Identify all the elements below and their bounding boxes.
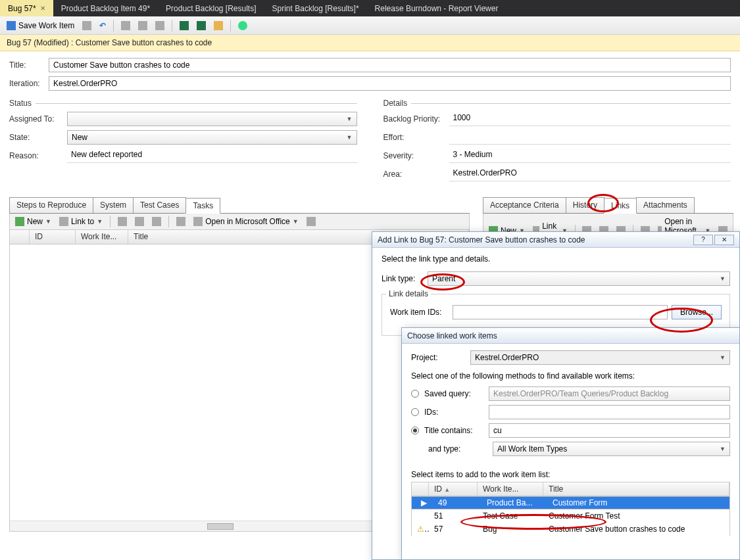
- iteration-label: Iteration:: [9, 79, 49, 88]
- workitem-ids-label: Work item IDs:: [390, 308, 453, 317]
- assigned-select[interactable]: ▼: [67, 112, 357, 126]
- tb-btn-1[interactable]: [118, 20, 133, 32]
- rcol-id[interactable]: ID ▲: [429, 482, 478, 496]
- open-office-button[interactable]: Open in Microsoft Office▼: [191, 216, 301, 227]
- link-details-legend: Link details: [386, 289, 431, 298]
- area-label: Area:: [383, 170, 449, 179]
- state-select[interactable]: New▼: [67, 130, 357, 145]
- methods-label: Select one of the following methods to f…: [411, 371, 730, 381]
- tb-btn-2[interactable]: [136, 20, 150, 32]
- result-row-57[interactable]: 57 Bug Customer Save button crashes to c…: [411, 523, 730, 536]
- linktype-select[interactable]: Parent▼: [428, 271, 730, 286]
- tb-del[interactable]: [149, 216, 164, 227]
- effort-field[interactable]: [449, 130, 731, 145]
- close-icon[interactable]: ✕: [40, 5, 45, 12]
- details-group: Details: [383, 99, 731, 108]
- left-sub-toolbar: New▼ Link to▼ Open in Microsoft Office▼: [9, 214, 470, 230]
- tb-cols[interactable]: [304, 216, 318, 227]
- title-contains-input[interactable]: [489, 423, 730, 438]
- tab-tasks[interactable]: Tasks: [185, 198, 220, 214]
- undo-icon: ↶: [99, 21, 106, 30]
- tb-excel-2[interactable]: [194, 20, 209, 32]
- radio-saved-query[interactable]: [411, 390, 419, 398]
- and-type-select[interactable]: All Work Item Types▼: [493, 442, 730, 456]
- project-label: Project:: [411, 353, 470, 362]
- save-icon: [7, 21, 16, 30]
- link-icon: [59, 217, 68, 226]
- refresh-button[interactable]: [80, 20, 94, 32]
- tab-history[interactable]: History: [566, 197, 604, 213]
- result-row-51[interactable]: 51 Test Case Customer Form Test: [411, 509, 730, 523]
- priority-field[interactable]: 1000: [449, 112, 731, 126]
- saved-query-select: Kestrel.OrderPRO/Team Queries/Product Ba…: [489, 386, 730, 401]
- and-type-label: and type:: [428, 444, 487, 454]
- close-dialog-button[interactable]: ✕: [714, 235, 734, 245]
- tab-system[interactable]: System: [93, 197, 134, 213]
- save-button[interactable]: Save Work Item: [4, 20, 77, 32]
- project-select[interactable]: Kestrel.OrderPRO▼: [470, 350, 730, 365]
- tab-links[interactable]: Links: [604, 198, 637, 214]
- result-row-49[interactable]: ▶ 49 Product Ba... Customer Form: [411, 496, 730, 509]
- right-subtabs: Acceptance Criteria History Links Attach…: [483, 197, 733, 214]
- help-dialog-button[interactable]: ?: [693, 235, 713, 245]
- effort-label: Effort:: [383, 133, 449, 142]
- browse-button[interactable]: Browse...: [672, 305, 722, 319]
- title-label: Title:: [9, 60, 49, 70]
- tab-pbi49[interactable]: Product Backlog Item 49*: [53, 0, 158, 16]
- tab-acceptance[interactable]: Acceptance Criteria: [483, 197, 566, 213]
- col-id[interactable]: ID: [30, 230, 76, 244]
- chevron-down-icon: ▼: [347, 116, 353, 122]
- results-grid: ID ▲ Work Ite... Title ▶ 49 Product Ba..…: [411, 482, 730, 536]
- tab-steps[interactable]: Steps to Reproduce: [9, 197, 93, 213]
- severity-field[interactable]: 3 - Medium: [449, 149, 731, 163]
- rcol-type[interactable]: Work Ite...: [478, 482, 543, 496]
- left-subtabs: Steps to Reproduce System Test Cases Tas…: [9, 197, 470, 214]
- radio-ids[interactable]: [411, 408, 419, 416]
- modified-banner: Bug 57 (Modified) : Customer Save button…: [0, 35, 740, 51]
- tb-tree[interactable]: [174, 216, 188, 227]
- status-group: Status: [9, 99, 357, 108]
- choose-dialog-title: Choose linked work items: [407, 331, 497, 340]
- tab-product-backlog[interactable]: Product Backlog [Results]: [158, 0, 264, 16]
- chevron-down-icon: ▼: [347, 134, 353, 141]
- state-label: State:: [9, 133, 67, 142]
- help-icon: [238, 21, 247, 30]
- assigned-label: Assigned To:: [9, 114, 67, 124]
- reason-field[interactable]: New defect reported: [67, 149, 357, 163]
- tab-sprint-backlog[interactable]: Sprint Backlog [Results]*: [264, 0, 367, 16]
- tb-btn-4[interactable]: [211, 20, 226, 32]
- new-button[interactable]: New▼: [12, 216, 54, 227]
- linkto-button[interactable]: Link to▼: [57, 216, 105, 227]
- col-spacer[interactable]: [10, 230, 30, 244]
- area-field[interactable]: Kestrel.OrderPRO: [449, 167, 731, 181]
- tab-attachments[interactable]: Attachments: [636, 197, 695, 213]
- tb-btn-3[interactable]: [153, 20, 167, 32]
- severity-label: Severity:: [383, 151, 449, 160]
- col-type[interactable]: Work Ite...: [76, 230, 128, 244]
- tab-testcases[interactable]: Test Cases: [133, 197, 186, 213]
- tb-paste[interactable]: [132, 216, 147, 227]
- title-contains-label: Title contains:: [424, 426, 483, 435]
- main-toolbar: Save Work Item ↶: [0, 16, 740, 35]
- chevron-down-icon: ▼: [720, 275, 726, 282]
- title-input[interactable]: [49, 58, 731, 72]
- ids-label: IDs:: [424, 408, 483, 417]
- tb-copy[interactable]: [115, 216, 130, 227]
- radio-title-contains[interactable]: [411, 427, 419, 434]
- ids-input: [489, 405, 730, 419]
- dialog-title: Add Link to Bug 57: Customer Save button…: [378, 235, 585, 245]
- select-items-label: Select items to add to the work item lis…: [411, 470, 730, 479]
- document-tabs: Bug 57*✕ Product Backlog Item 49* Produc…: [0, 0, 740, 16]
- refresh-icon: [82, 21, 91, 30]
- iteration-input[interactable]: [49, 76, 731, 91]
- rcol-title[interactable]: Title: [543, 482, 729, 496]
- tb-excel-1[interactable]: [177, 20, 191, 32]
- undo-button[interactable]: ↶: [97, 20, 109, 32]
- tab-bug57[interactable]: Bug 57*✕: [0, 0, 53, 16]
- linktype-label: Link type:: [382, 274, 428, 283]
- help-button[interactable]: [235, 20, 250, 32]
- tab-release-burndown[interactable]: Release Burndown - Report Viewer: [367, 0, 506, 16]
- plus-icon: [15, 217, 24, 226]
- saved-query-label: Saved query:: [424, 389, 483, 398]
- workitem-ids-input[interactable]: [453, 305, 668, 319]
